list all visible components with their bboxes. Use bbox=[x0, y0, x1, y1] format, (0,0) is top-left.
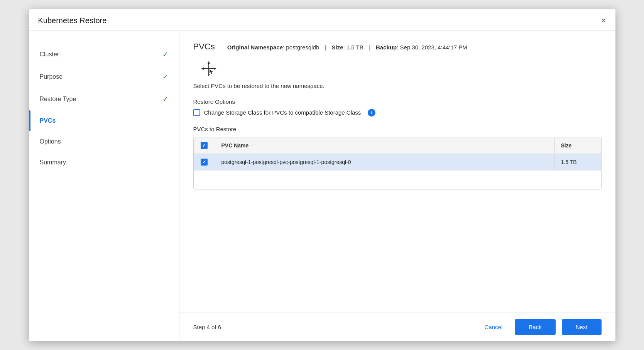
table-empty-area bbox=[194, 171, 601, 189]
td-check bbox=[194, 154, 215, 170]
footer-buttons: Cancel Back Next bbox=[478, 319, 602, 335]
separator-2: | bbox=[369, 44, 370, 51]
dialog-footer: Step 4 of 6 Cancel Back Next bbox=[179, 313, 615, 341]
select-all-checkbox[interactable] bbox=[201, 142, 208, 149]
sidebar-item-restore-type[interactable]: Restore Type ✓ bbox=[29, 88, 179, 110]
backup-label: Backup bbox=[376, 44, 397, 51]
kubernetes-restore-dialog: Kubernetes Restore × Cluster ✓ Purpose ✓… bbox=[29, 9, 615, 341]
size-label: Size bbox=[331, 44, 343, 51]
main-content: PVCs Original Namespace: postgresqldb | … bbox=[179, 31, 615, 341]
change-storage-class-label: Change Storage Class for PVCs to compati… bbox=[204, 109, 361, 116]
svg-marker-5 bbox=[214, 68, 216, 70]
td-size: 1.5 TB bbox=[555, 154, 601, 170]
pvcs-header: PVCs Original Namespace: postgresqldb | … bbox=[193, 42, 602, 52]
table-row[interactable]: postgresql-1-postgresql-pvc-postgresql-1… bbox=[194, 154, 601, 171]
th-pvc-name-label: PVC Name bbox=[221, 142, 249, 149]
check-icon-restore-type: ✓ bbox=[162, 95, 168, 103]
sort-icon: ↑ bbox=[251, 143, 253, 148]
change-storage-class-checkbox[interactable] bbox=[193, 109, 200, 116]
sidebar-item-options[interactable]: Options bbox=[29, 131, 179, 152]
sidebar-item-cluster[interactable]: Cluster ✓ bbox=[29, 43, 179, 66]
separator-1: | bbox=[325, 44, 326, 51]
check-icon-purpose: ✓ bbox=[162, 73, 168, 81]
next-button[interactable]: Next bbox=[562, 319, 602, 335]
check-icon-cluster: ✓ bbox=[162, 50, 168, 59]
svg-marker-1 bbox=[208, 61, 210, 64]
pvcs-table: PVC Name ↑ Size postgresql-1-postgresql-… bbox=[193, 137, 602, 189]
cancel-button[interactable]: Cancel bbox=[478, 320, 509, 334]
sidebar-item-pvcs[interactable]: PVCs bbox=[29, 110, 179, 131]
backup-value: Sep 30, 2023, 4:44:17 PM bbox=[400, 44, 467, 51]
th-size: Size bbox=[555, 138, 601, 153]
sidebar-item-label: Options bbox=[40, 138, 61, 145]
restore-options-label: Restore Options bbox=[193, 98, 602, 105]
dialog-header: Kubernetes Restore × bbox=[29, 9, 615, 31]
th-size-label: Size bbox=[561, 142, 572, 149]
sidebar-item-label: Summary bbox=[40, 159, 66, 166]
pvcs-meta: Original Namespace: postgresqldb | Size:… bbox=[227, 44, 467, 51]
svg-marker-4 bbox=[201, 68, 204, 70]
description: Select PVCs to be restored to the new na… bbox=[193, 83, 602, 89]
sidebar: Cluster ✓ Purpose ✓ Restore Type ✓ PVCs … bbox=[29, 31, 179, 341]
sidebar-item-label: Cluster bbox=[40, 51, 59, 58]
th-pvc-name[interactable]: PVC Name ↑ bbox=[215, 138, 555, 153]
dialog-body: Cluster ✓ Purpose ✓ Restore Type ✓ PVCs … bbox=[29, 31, 615, 341]
close-button[interactable]: × bbox=[601, 16, 606, 25]
th-check bbox=[194, 137, 215, 154]
pvcs-section-title: PVCs bbox=[193, 42, 215, 52]
info-icon[interactable]: i bbox=[368, 109, 375, 117]
original-namespace-value: postgresqldb bbox=[286, 44, 319, 51]
size-value: 1.5 TB bbox=[347, 44, 363, 51]
dialog-title: Kubernetes Restore bbox=[38, 16, 107, 25]
original-namespace-label: Original Namespace bbox=[227, 44, 283, 51]
sidebar-item-label: Restore Type bbox=[40, 96, 76, 103]
change-storage-class-row: Change Storage Class for PVCs to compati… bbox=[193, 109, 602, 117]
sidebar-item-label: PVCs bbox=[40, 117, 56, 124]
svg-marker-6 bbox=[210, 69, 213, 74]
pvcs-to-restore-label: PVCs to Restore bbox=[193, 126, 602, 132]
sidebar-item-purpose[interactable]: Purpose ✓ bbox=[29, 66, 179, 88]
sidebar-item-summary[interactable]: Summary bbox=[29, 152, 179, 173]
table-header: PVC Name ↑ Size bbox=[194, 137, 601, 154]
step-label: Step 4 of 6 bbox=[193, 324, 221, 330]
move-cursor-icon bbox=[201, 61, 216, 76]
content-area: PVCs Original Namespace: postgresqldb | … bbox=[179, 31, 615, 313]
cursor-area bbox=[201, 61, 602, 78]
sidebar-item-label: Purpose bbox=[40, 73, 63, 80]
row-checkbox[interactable] bbox=[201, 159, 208, 166]
td-pvc-name: postgresql-1-postgresql-pvc-postgresql-1… bbox=[215, 154, 555, 170]
back-button[interactable]: Back bbox=[515, 319, 555, 335]
svg-marker-2 bbox=[208, 74, 210, 76]
